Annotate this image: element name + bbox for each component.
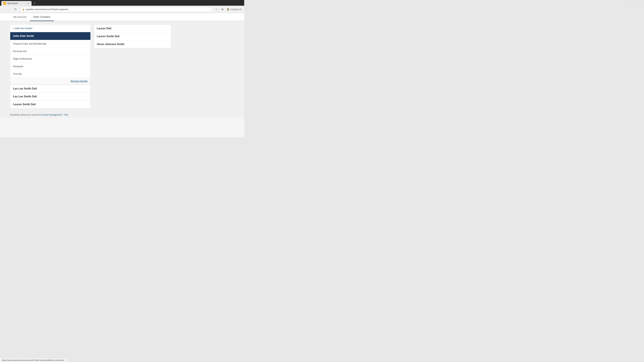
selected-traveler-name: John Dale Smith [13, 34, 34, 37]
traveler-row-1[interactable]: Lau Lee Smith Deli [10, 92, 90, 100]
forward-button[interactable]: → [7, 7, 12, 12]
main-container: + Add new traveler John Dale Smith Frequ… [0, 21, 244, 112]
incognito-icon: 🕵 [227, 8, 230, 10]
travelers-card: + Add new traveler John Dale Smith Frequ… [10, 24, 90, 108]
url-text: expedia.com/user/account/?&selc=payment [26, 8, 210, 10]
remove-traveler-link[interactable]: Remove traveler [70, 80, 88, 82]
tab-favicon: ✈ [3, 2, 6, 5]
lock-icon: 🔒 [22, 8, 25, 10]
incognito-button[interactable]: 🕵 Incognito (2) [226, 7, 243, 11]
browser-tab-bar: ✈ My Account ✕ + ─ ❐ ✕ [0, 0, 244, 6]
remove-traveler-row: Remove traveler [10, 78, 90, 85]
right-traveler-0[interactable]: Lauren Deli [94, 25, 171, 32]
new-tab-button[interactable]: + [32, 1, 37, 6]
left-panel: + Add new traveler John Dale Smith Frequ… [10, 24, 90, 108]
selected-traveler-row[interactable]: John Dale Smith [10, 32, 90, 40]
sub-item-tsa-info[interactable]: TSA Info [10, 70, 90, 78]
add-traveler-row[interactable]: + Add new traveler [10, 25, 90, 32]
extensions-button[interactable]: ⧉ [220, 7, 225, 12]
account-tab-bar: My Account Other Travelers [0, 13, 244, 21]
tab-other-travelers[interactable]: Other Travelers [30, 13, 54, 21]
toolbar-right: ☆ ⧉ 🕵 Incognito (2) [214, 7, 243, 12]
right-panel: Lauren Deli Lauren Smith Deli Veron John… [94, 24, 171, 108]
traveler-row-2[interactable]: Lauren Smith Deli [10, 100, 90, 108]
right-traveler-1[interactable]: Lauren Smith Deli [94, 32, 171, 40]
footer-bar: Questions about your account? Account ma… [0, 112, 244, 118]
tab-close-button[interactable]: ✕ [27, 2, 30, 5]
account-management-link[interactable]: Account management [41, 113, 62, 116]
nav-controls: ← → ↻ [1, 7, 18, 12]
address-bar[interactable]: 🔒 expedia.com/user/account/?&selc=paymen… [20, 7, 212, 12]
active-tab[interactable]: ✈ My Account ✕ [1, 1, 32, 6]
sub-item-flight-preferences[interactable]: Flight Preferences [10, 55, 90, 62]
browser-toolbar: ← → ↻ 🔒 expedia.com/user/account/?&selc=… [0, 6, 244, 13]
right-traveler-2[interactable]: Veron Johnson Smith [94, 40, 171, 48]
sub-item-frequent-flyer[interactable]: Frequent Flyer and Membership [10, 40, 90, 47]
refresh-button[interactable]: ↻ [13, 7, 18, 12]
footer-text: Questions about your account? [10, 113, 40, 116]
sub-item-personal-info[interactable]: Personal Info [10, 47, 90, 55]
right-travelers-card: Lauren Deli Lauren Smith Deli Veron John… [94, 24, 171, 48]
incognito-label: Incognito (2) [230, 8, 242, 10]
bookmark-button[interactable]: ☆ [214, 7, 219, 12]
back-button[interactable]: ← [1, 7, 7, 12]
page-content: My Account Other Travelers + Add new tra… [0, 13, 244, 137]
add-traveler-label: + Add new traveler [13, 27, 32, 30]
tab-title: My Account [8, 2, 26, 4]
faq-link[interactable]: FAQ [64, 113, 68, 116]
sub-item-passports[interactable]: Passports [10, 62, 90, 70]
tab-my-account[interactable]: My Account [10, 13, 30, 21]
traveler-row-0[interactable]: Lau Lee Smith Deli [10, 85, 90, 92]
